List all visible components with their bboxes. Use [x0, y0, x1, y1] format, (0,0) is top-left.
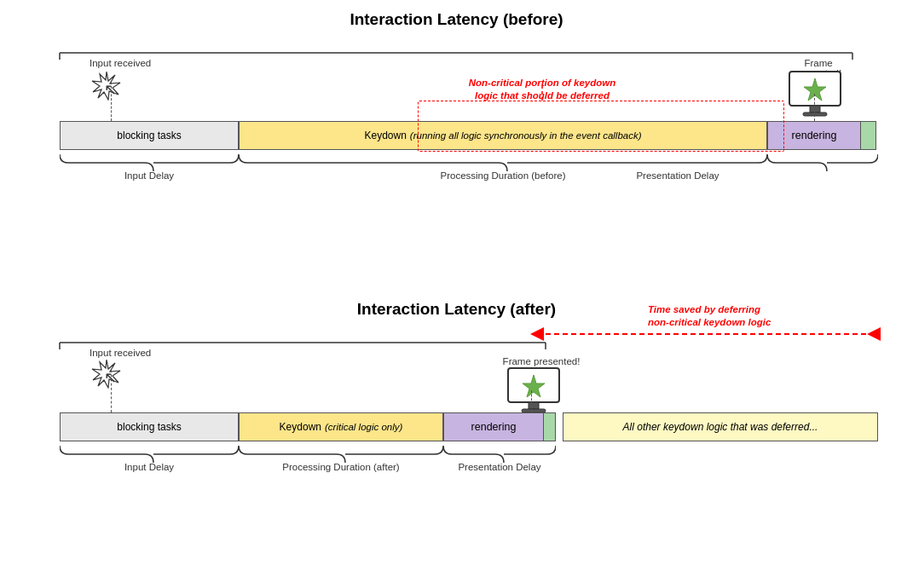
bottom-dashed-v-input	[111, 370, 112, 412]
svg-rect-16	[529, 402, 539, 409]
bottom-keydown-bar: Keydown (critical logic only)	[239, 412, 443, 441]
svg-rect-6	[810, 106, 820, 112]
top-monitor-icon	[786, 70, 844, 124]
bottom-input-delay-label: Input Delay	[60, 462, 239, 472]
top-keydown-bar: Keydown (running all logic synchronously…	[239, 121, 767, 150]
bottom-frame-label: Frame presented!	[494, 356, 588, 366]
bottom-processing-label: Processing Duration (after)	[239, 462, 443, 472]
top-input-received-label: Input received	[90, 58, 151, 68]
top-dashed-v-frame	[814, 94, 815, 121]
top-presentation-brace	[767, 150, 878, 176]
bottom-input-received-label: Input received	[90, 348, 151, 358]
bottom-dashed-v-frame	[531, 390, 532, 412]
bottom-title: Interaction Latency (after)	[357, 300, 556, 318]
bottom-green-stripe	[544, 412, 556, 441]
top-input-delay-label: Input Delay	[60, 170, 239, 181]
top-dashed-v-input	[111, 82, 112, 121]
top-presentation-label: Presentation Delay	[623, 170, 732, 181]
bottom-presentation-label: Presentation Delay	[435, 462, 564, 472]
top-brace-line	[51, 44, 861, 61]
bottom-blocking-bar: blocking tasks	[60, 412, 239, 441]
top-blocking-bar: blocking tasks	[60, 121, 239, 150]
top-red-annotation: Non-critical portion of keydown logic th…	[457, 77, 627, 102]
bottom-red-annotation: Time saved by deferring non-critical key…	[648, 303, 844, 329]
top-green-stripe	[861, 121, 876, 150]
top-title: Interaction Latency (before)	[350, 10, 563, 28]
top-rendering-bar: rendering	[767, 121, 861, 150]
svg-rect-7	[803, 112, 827, 116]
bottom-rendering-bar: rendering	[443, 412, 544, 441]
bottom-deferred-bar: All other keydown logic that was deferre…	[563, 412, 878, 441]
